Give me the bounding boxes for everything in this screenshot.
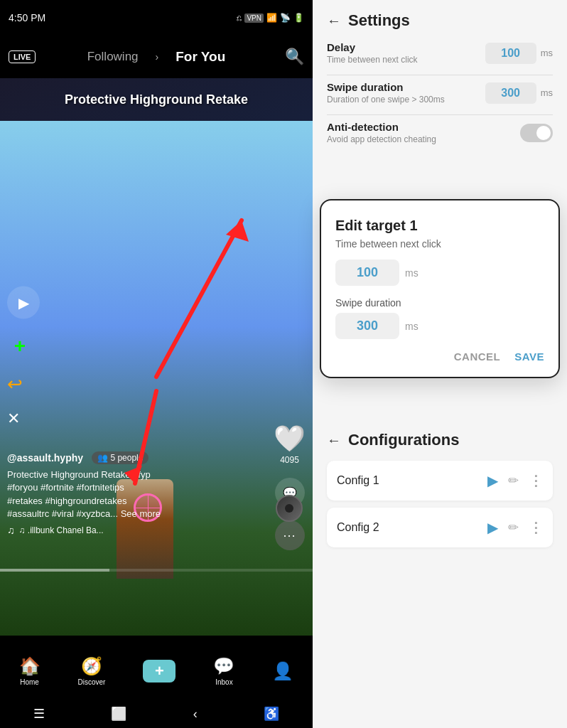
- settings-back-button[interactable]: ←: [327, 13, 341, 29]
- settings-header: ← Settings: [327, 11, 553, 30]
- play-button[interactable]: ▶: [7, 287, 40, 319]
- nav-foryou[interactable]: For You: [176, 49, 225, 65]
- anti-desc: Avoid app detection cheating: [327, 134, 436, 144]
- delay-unit: ms: [541, 48, 553, 58]
- modal-delay-input[interactable]: [335, 259, 399, 286]
- nav-profile[interactable]: 👤: [272, 661, 293, 681]
- nav-home[interactable]: 🏠 Home: [19, 656, 40, 686]
- swipe-setting: Swipe duration Duration of one swipe > 3…: [327, 81, 553, 105]
- delay-value-box: ms: [485, 43, 553, 64]
- edit-target-modal: Edit target 1 Time between next click ms…: [320, 199, 560, 378]
- modal-swipe-label: Swipe duration: [335, 297, 544, 309]
- nav-inbox[interactable]: 💬 Inbox: [213, 656, 234, 686]
- swipe-desc: Duration of one swipe > 300ms: [327, 95, 445, 105]
- anti-toggle[interactable]: [520, 124, 553, 142]
- nav-discover[interactable]: 🧭 Discover: [78, 656, 106, 686]
- divider-2: [327, 114, 553, 115]
- config-2-more-button[interactable]: ⋮: [529, 519, 543, 536]
- phone-panel: 4:50 PM ⎌ VPN 📶 📡 🔋 LIVE Following › For…: [0, 0, 313, 728]
- nav-home-label: Home: [20, 678, 39, 686]
- delay-input[interactable]: [485, 43, 536, 64]
- caption-line4: #assaultrc #viral #xyzbca... See more: [7, 508, 270, 520]
- swipe-unit: ms: [541, 87, 553, 98]
- home-icon: 🏠: [19, 656, 40, 676]
- caption-line3: #retakes #highgroundretakes: [7, 495, 270, 508]
- config-1-play-button[interactable]: ▶: [487, 472, 498, 489]
- modal-buttons: CANCEL SAVE: [335, 350, 544, 363]
- username[interactable]: @assault.hyphy: [7, 452, 83, 464]
- configurations-section: ← Configurations Config 1 ▶ ✏ ⋮ Config 2…: [313, 419, 567, 728]
- caption-line1: Protective Highground Retake #fyp: [7, 469, 270, 481]
- dots-icon: ···: [283, 528, 296, 543]
- nav-discover-label: Discover: [78, 678, 106, 686]
- config-1-name: Config 1: [337, 474, 379, 487]
- swipe-value-box: ms: [485, 82, 553, 104]
- close-button[interactable]: ✕: [7, 410, 40, 428]
- modal-delay-row: ms: [335, 259, 544, 286]
- system-bar: ☰ ⬜ ‹ ♿: [0, 700, 313, 728]
- battery-icon: 🔋: [293, 13, 304, 23]
- anti-label-block: Anti-detection Avoid app detection cheat…: [327, 121, 436, 144]
- config-1-more-button[interactable]: ⋮: [529, 472, 543, 489]
- home-system-button[interactable]: ⬜: [111, 706, 126, 722]
- nav-create-button[interactable]: +: [143, 660, 176, 682]
- music-text: ♫ .illbunk Chanel Ba...: [19, 525, 104, 535]
- discover-icon: 🧭: [81, 656, 102, 676]
- modal-subtitle: Time between next click: [335, 238, 544, 250]
- inbox-icon: 💬: [213, 656, 234, 676]
- configs-header: ← Configurations: [327, 431, 553, 449]
- bluetooth-icon: ⎌: [237, 13, 242, 23]
- video-title: Protective Highground Retake: [65, 92, 248, 107]
- video-area: Protective Highground Retake ▶ + ↩ ✕ 🤍 4…: [0, 78, 313, 636]
- config-2-edit-button[interactable]: ✏: [508, 520, 519, 535]
- right-panel: ← Settings Delay Time between next click…: [313, 0, 567, 728]
- like-count: 4095: [280, 455, 299, 465]
- config-2-name: Config 2: [337, 521, 379, 534]
- caption-line2: #foryou #fortnite #fortnitetips: [7, 481, 270, 494]
- music-disc-inner: [285, 504, 293, 513]
- settings-title: Settings: [348, 11, 410, 30]
- anti-row-inner: Anti-detection Avoid app detection cheat…: [327, 121, 553, 144]
- configs-back-button[interactable]: ←: [327, 432, 341, 449]
- config-2-actions: ▶ ✏ ⋮: [487, 519, 543, 536]
- more-button[interactable]: ···: [275, 520, 305, 550]
- music-disc: [276, 495, 303, 522]
- progress-fill: [0, 569, 109, 572]
- modal-swipe-row: ms: [335, 313, 544, 339]
- cancel-button[interactable]: CANCEL: [454, 350, 501, 363]
- anti-label: Anti-detection: [327, 121, 436, 133]
- nav-following[interactable]: Following: [87, 50, 139, 64]
- video-info: @assault.hyphy 👥 5 people Protective Hig…: [7, 451, 270, 536]
- save-button[interactable]: SAVE: [514, 350, 544, 363]
- profile-icon: 👤: [272, 661, 293, 681]
- swipe-label: Swipe duration: [327, 81, 445, 93]
- swipe-input[interactable]: [485, 82, 536, 104]
- accessibility-button[interactable]: ♿: [264, 706, 279, 722]
- config-1-edit-button[interactable]: ✏: [508, 473, 519, 488]
- delay-label: Delay: [327, 41, 418, 53]
- music-row: ♫ ♫ .illbunk Chanel Ba...: [7, 525, 270, 536]
- config-1-actions: ▶ ✏ ⋮: [487, 472, 543, 489]
- modal-delay-unit: ms: [405, 267, 418, 279]
- wifi-icon: 📡: [280, 13, 291, 23]
- live-badge: LIVE: [9, 50, 36, 63]
- menu-button[interactable]: ☰: [33, 706, 45, 722]
- create-plus-icon: +: [155, 662, 164, 680]
- people-icon: 👥: [97, 453, 108, 463]
- settings-section: ← Settings Delay Time between next click…: [313, 0, 567, 166]
- status-bar: 4:50 PM ⎌ VPN 📶 📡 🔋: [0, 0, 313, 36]
- delay-desc: Time between next click: [327, 55, 418, 65]
- config-2-play-button[interactable]: ▶: [487, 519, 498, 536]
- progress-bar: [0, 569, 313, 572]
- add-button[interactable]: +: [7, 333, 33, 359]
- undo-button[interactable]: ↩: [7, 373, 40, 395]
- like-button[interactable]: 🤍 4095: [274, 424, 306, 465]
- anti-setting: Anti-detection Avoid app detection cheat…: [327, 121, 553, 144]
- music-note-icon: ♫: [7, 525, 15, 536]
- modal-swipe-input[interactable]: [335, 313, 399, 339]
- back-system-button[interactable]: ‹: [193, 707, 198, 722]
- config-item-1: Config 1 ▶ ✏ ⋮: [327, 461, 553, 500]
- search-icon[interactable]: 🔍: [285, 48, 304, 66]
- nav-dot: ›: [156, 51, 159, 63]
- modal-title: Edit target 1: [335, 218, 544, 234]
